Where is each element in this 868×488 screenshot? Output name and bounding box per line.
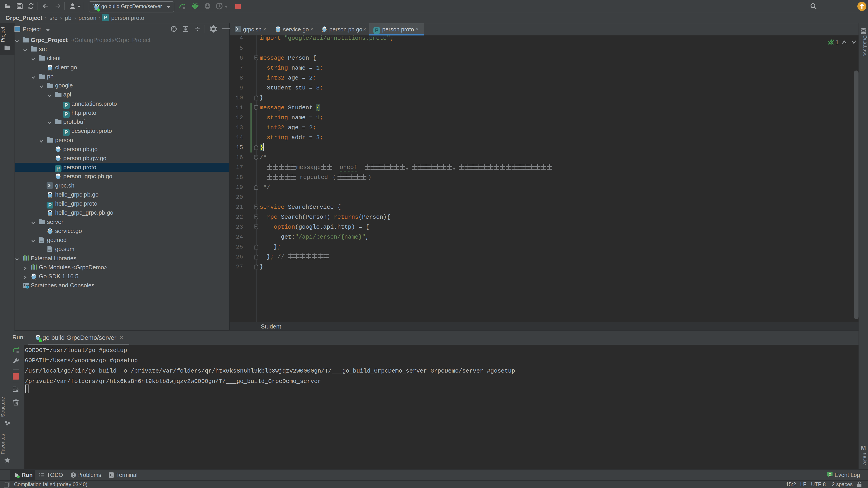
svg-text:2: 2	[829, 473, 831, 477]
